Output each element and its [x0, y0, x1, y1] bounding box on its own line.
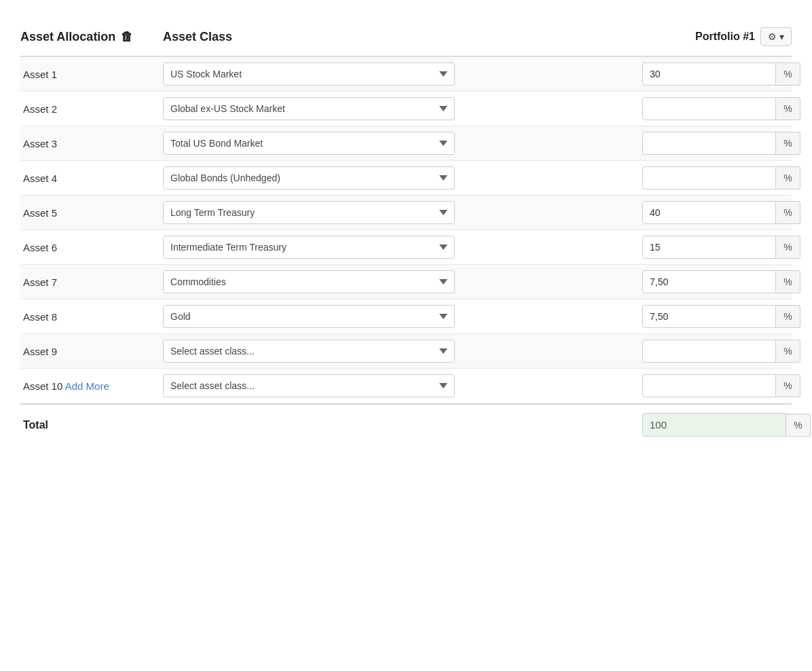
asset-class-select-3[interactable]: US Stock MarketGlobal ex-US Stock Market… — [163, 132, 455, 155]
row-select-col-9: US Stock MarketGlobal ex-US Stock Market… — [156, 340, 642, 363]
total-label: Total — [20, 419, 156, 431]
portfolio-input-3[interactable] — [642, 132, 776, 155]
pct-symbol-2: % — [776, 97, 800, 120]
asset-class-select-9[interactable]: US Stock MarketGlobal ex-US Stock Market… — [163, 340, 455, 363]
table-row: Asset 8US Stock MarketGlobal ex-US Stock… — [20, 300, 792, 334]
row-label-2: Asset 2 — [20, 103, 156, 115]
pct-symbol-1: % — [776, 62, 800, 86]
gear-icon: ⚙ — [768, 31, 777, 42]
row-portfolio-col-4: % — [642, 166, 792, 189]
add-more-link[interactable]: Add More — [65, 380, 109, 392]
row-portfolio-col-7: % — [642, 270, 792, 293]
row-portfolio-col-5: % — [642, 201, 792, 224]
table-row: Asset 2US Stock MarketGlobal ex-US Stock… — [20, 92, 792, 126]
dropdown-arrow: ▾ — [779, 31, 784, 42]
pct-symbol-6: % — [776, 236, 800, 259]
row-select-col-8: US Stock MarketGlobal ex-US Stock Market… — [156, 305, 642, 328]
table-row: Asset 10 Add MoreUS Stock MarketGlobal e… — [20, 369, 792, 403]
pct-symbol-5: % — [776, 201, 800, 224]
row-label-10: Asset 10 Add More — [20, 380, 156, 392]
row-select-col-10: US Stock MarketGlobal ex-US Stock Market… — [156, 374, 642, 397]
pct-symbol-8: % — [776, 305, 800, 328]
asset-class-header-label: Asset Class — [163, 30, 232, 43]
row-select-col-1: US Stock MarketGlobal ex-US Stock Market… — [156, 62, 642, 86]
portfolio-input-2[interactable] — [642, 97, 776, 120]
row-portfolio-col-9: % — [642, 340, 792, 363]
pct-symbol-3: % — [776, 132, 800, 155]
pct-symbol-7: % — [776, 270, 800, 293]
portfolio-input-6[interactable] — [642, 236, 776, 259]
pct-symbol-10: % — [776, 374, 800, 397]
portfolio-input-7[interactable] — [642, 270, 776, 293]
row-label-8: Asset 8 — [20, 311, 156, 323]
table-row: Asset 4US Stock MarketGlobal ex-US Stock… — [20, 161, 792, 196]
asset-class-header-col: Asset Class — [156, 30, 642, 44]
asset-class-select-4[interactable]: US Stock MarketGlobal ex-US Stock Market… — [163, 166, 455, 189]
asset-class-select-8[interactable]: US Stock MarketGlobal ex-US Stock Market… — [163, 305, 455, 328]
asset-class-select-7[interactable]: US Stock MarketGlobal ex-US Stock Market… — [163, 270, 455, 293]
header-row: Asset Allocation 🗑 Asset Class Portfolio… — [20, 20, 792, 57]
portfolio-input-10[interactable] — [642, 374, 776, 397]
row-portfolio-col-2: % — [642, 97, 792, 120]
row-select-col-3: US Stock MarketGlobal ex-US Stock Market… — [156, 132, 642, 155]
asset-allocation-title: Asset Allocation — [20, 30, 115, 44]
asset-class-select-5[interactable]: US Stock MarketGlobal ex-US Stock Market… — [163, 201, 455, 224]
row-label-3: Asset 3 — [20, 138, 156, 149]
asset-allocation-table: Asset Allocation 🗑 Asset Class Portfolio… — [20, 20, 792, 445]
asset-class-select-1[interactable]: US Stock MarketGlobal ex-US Stock Market… — [163, 62, 455, 86]
portfolio-input-8[interactable] — [642, 305, 776, 328]
portfolio-label: Portfolio #1 — [695, 31, 755, 43]
table-row: Asset 1US Stock MarketGlobal ex-US Stock… — [20, 57, 792, 92]
row-select-col-5: US Stock MarketGlobal ex-US Stock Market… — [156, 201, 642, 224]
portfolio-settings-button[interactable]: ⚙ ▾ — [760, 27, 792, 46]
pct-symbol-4: % — [776, 166, 800, 189]
row-label-5: Asset 5 — [20, 207, 156, 219]
row-select-col-4: US Stock MarketGlobal ex-US Stock Market… — [156, 166, 642, 189]
rows-container: Asset 1US Stock MarketGlobal ex-US Stock… — [20, 57, 792, 403]
portfolio-input-9[interactable] — [642, 340, 776, 363]
table-row: Asset 7US Stock MarketGlobal ex-US Stock… — [20, 265, 792, 300]
row-asset-label: Asset 10 — [23, 380, 65, 392]
table-row: Asset 3US Stock MarketGlobal ex-US Stock… — [20, 126, 792, 161]
table-row: Asset 5US Stock MarketGlobal ex-US Stock… — [20, 196, 792, 230]
row-portfolio-col-3: % — [642, 132, 792, 155]
row-label-7: Asset 7 — [20, 276, 156, 288]
table-row: Asset 6US Stock MarketGlobal ex-US Stock… — [20, 230, 792, 265]
total-portfolio-col: % — [642, 413, 792, 437]
row-label-9: Asset 9 — [20, 346, 156, 357]
row-select-col-7: US Stock MarketGlobal ex-US Stock Market… — [156, 270, 642, 293]
row-select-col-6: US Stock MarketGlobal ex-US Stock Market… — [156, 236, 642, 259]
row-label-1: Asset 1 — [20, 69, 156, 80]
asset-allocation-header: Asset Allocation 🗑 — [20, 30, 156, 44]
portfolio-input-4[interactable] — [642, 166, 776, 189]
asset-class-select-6[interactable]: US Stock MarketGlobal ex-US Stock Market… — [163, 236, 455, 259]
table-row: Asset 9US Stock MarketGlobal ex-US Stock… — [20, 334, 792, 369]
total-value-input[interactable] — [642, 413, 786, 437]
asset-class-select-2[interactable]: US Stock MarketGlobal ex-US Stock Market… — [163, 97, 455, 120]
row-portfolio-col-10: % — [642, 374, 792, 397]
row-select-col-2: US Stock MarketGlobal ex-US Stock Market… — [156, 97, 642, 120]
portfolio-input-1[interactable] — [642, 62, 776, 86]
row-portfolio-col-6: % — [642, 236, 792, 259]
total-pct-label: % — [786, 414, 811, 437]
asset-class-select-10[interactable]: US Stock MarketGlobal ex-US Stock Market… — [163, 374, 455, 397]
row-portfolio-col-1: % — [642, 62, 792, 86]
portfolio-input-5[interactable] — [642, 201, 776, 224]
row-label-6: Asset 6 — [20, 242, 156, 253]
total-row: Total % — [20, 403, 792, 445]
pct-symbol-9: % — [776, 340, 800, 363]
row-label-4: Asset 4 — [20, 173, 156, 184]
portfolio-header-col: Portfolio #1 ⚙ ▾ — [642, 27, 792, 46]
trash-icon[interactable]: 🗑 — [121, 30, 133, 44]
row-portfolio-col-8: % — [642, 305, 792, 328]
